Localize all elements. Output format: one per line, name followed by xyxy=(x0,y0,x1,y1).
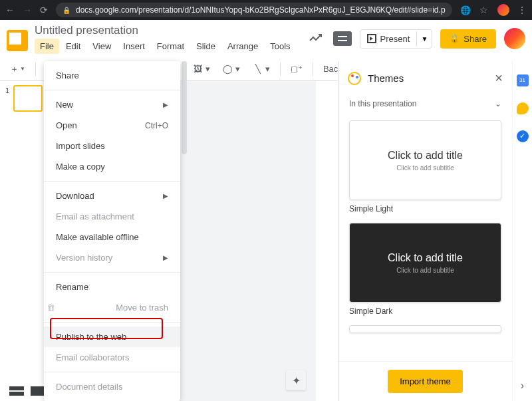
image-tool[interactable]: 🖼▾ xyxy=(189,61,213,77)
import-theme-button[interactable]: Import theme xyxy=(388,370,463,393)
image-icon: 🖼 xyxy=(192,63,204,75)
shape-icon: ◯ xyxy=(222,63,234,75)
menu-file[interactable]: File xyxy=(35,39,59,54)
account-avatar[interactable] xyxy=(504,28,525,49)
menu-import-slides[interactable]: Import slides xyxy=(44,136,180,156)
url-text: docs.google.com/presentation/d/1oNNItusY… xyxy=(76,5,446,15)
theme-simple-dark[interactable]: Click to add title Click to add subtitle… xyxy=(349,223,501,316)
themes-section-toggle[interactable]: In this presentation ⌄ xyxy=(338,95,512,115)
back-icon[interactable]: ← xyxy=(5,5,15,15)
menu-share[interactable]: Share xyxy=(44,65,180,86)
side-rail: › xyxy=(512,61,532,401)
doc-title[interactable]: Untitled presentation xyxy=(35,24,307,37)
menu-available-offline[interactable]: Make available offline xyxy=(44,227,180,247)
present-label: Present xyxy=(380,34,410,44)
submenu-arrow-icon: ▶ xyxy=(163,254,168,261)
present-button[interactable]: Present ▼ xyxy=(360,29,433,49)
share-label: Share xyxy=(464,34,487,44)
comments-icon[interactable] xyxy=(333,31,352,46)
new-slide-button[interactable]: ＋▼ xyxy=(7,61,29,77)
close-icon[interactable]: × xyxy=(495,70,503,86)
shape-tool[interactable]: ◯▾ xyxy=(219,61,243,77)
palette-icon xyxy=(348,72,361,85)
submenu-arrow-icon: ▶ xyxy=(163,192,168,200)
grid-view-icon[interactable] xyxy=(9,386,24,396)
menu-download[interactable]: Download▶ xyxy=(44,186,180,206)
slides-logo[interactable] xyxy=(7,30,28,51)
browser-profile-avatar[interactable] xyxy=(497,4,509,16)
comment-tool[interactable]: ◻⁺ xyxy=(287,61,306,77)
reload-icon[interactable]: ⟳ xyxy=(40,5,48,15)
side-expand-icon[interactable]: › xyxy=(521,380,524,392)
menu-open[interactable]: OpenCtrl+O xyxy=(44,115,180,136)
menu-edit[interactable]: Edit xyxy=(61,39,86,54)
menu-view[interactable]: View xyxy=(87,39,116,54)
slide-thumbnail[interactable]: 1 xyxy=(13,85,43,112)
themes-panel: Themes × In this presentation ⌄ Click to… xyxy=(338,61,512,401)
slide-strip: 1 xyxy=(0,81,45,401)
menu-publish-web[interactable]: Publish to the web xyxy=(44,327,180,347)
theme-simple-light[interactable]: Click to add title Click to add subtitle… xyxy=(349,120,501,213)
url-bar[interactable]: 🔒 docs.google.com/presentation/d/1oNNItu… xyxy=(56,3,452,17)
line-icon: ╲ xyxy=(252,63,264,75)
filmstrip-view-icon[interactable] xyxy=(31,386,45,396)
forward-icon[interactable]: → xyxy=(23,5,32,15)
translate-icon[interactable]: 🌐 xyxy=(460,5,471,15)
menu-tools[interactable]: Tools xyxy=(265,39,295,54)
submenu-arrow-icon: ▶ xyxy=(163,101,168,108)
lock-icon: 🔒 xyxy=(63,7,70,14)
menu-version-history[interactable]: Version history▶ xyxy=(44,247,180,268)
explore-button[interactable]: ✦ xyxy=(286,370,306,390)
file-menu-dropdown: Share New▶ OpenCtrl+O Import slides Make… xyxy=(44,61,180,401)
activity-icon[interactable] xyxy=(307,29,325,48)
lock-icon: 🔒 xyxy=(450,34,460,43)
star-icon[interactable]: ☆ xyxy=(479,5,489,15)
line-tool[interactable]: ╲▾ xyxy=(249,61,273,77)
menu-new[interactable]: New▶ xyxy=(44,94,180,115)
tasks-icon[interactable] xyxy=(517,130,529,142)
share-button[interactable]: 🔒 Share xyxy=(440,29,496,49)
menu-rename[interactable]: Rename xyxy=(44,277,180,297)
menu-make-copy[interactable]: Make a copy xyxy=(44,156,180,177)
trash-icon: 🗑 xyxy=(47,303,55,313)
menu-insert[interactable]: Insert xyxy=(118,39,150,54)
add-comment-icon: ◻⁺ xyxy=(291,63,303,75)
menu-document-details[interactable]: Document details xyxy=(44,376,180,397)
keep-icon[interactable] xyxy=(517,102,529,114)
themes-title: Themes xyxy=(368,72,488,84)
chevron-down-icon: ⌄ xyxy=(495,99,501,108)
theme-item[interactable] xyxy=(349,325,501,333)
menu-arrange[interactable]: Arrange xyxy=(222,39,263,54)
menu-email-collaborators[interactable]: Email collaborators xyxy=(44,347,180,368)
menu-format[interactable]: Format xyxy=(152,39,190,54)
menu-email-attachment[interactable]: Email as attachment xyxy=(44,206,180,227)
menu-scrollbar[interactable] xyxy=(182,61,187,347)
present-dropdown[interactable]: ▼ xyxy=(416,31,432,47)
menu-slide[interactable]: Slide xyxy=(191,39,221,54)
browser-menu-icon[interactable]: ⋮ xyxy=(517,5,528,15)
slide-number: 1 xyxy=(5,86,9,94)
calendar-icon[interactable] xyxy=(517,74,529,86)
menu-move-trash[interactable]: 🗑Move to trash xyxy=(44,297,180,318)
